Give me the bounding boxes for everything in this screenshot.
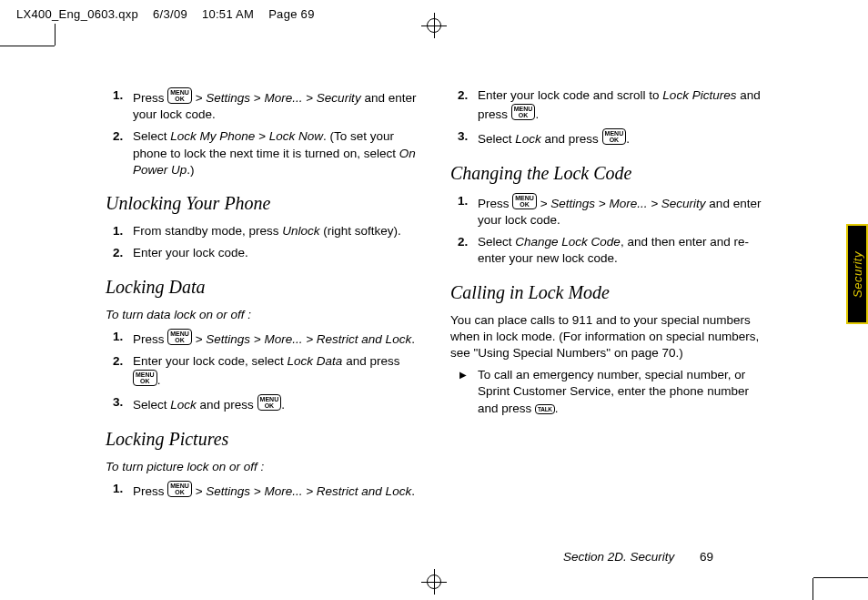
lock-data-steps: Press MENUOK > Settings > More... > Rest… xyxy=(106,329,418,414)
change-code-steps: Press MENUOK > Settings > More... > Secu… xyxy=(450,193,762,268)
menu-ok-key-icon: MENUOK xyxy=(257,394,282,411)
lock-pictures-steps-cont: Enter your lock code and scroll to Lock … xyxy=(450,87,762,148)
thumb-tab-label: Security xyxy=(851,251,864,298)
list-item: Press MENUOK > Settings > More... > Secu… xyxy=(450,193,762,229)
meta-page: Page 69 xyxy=(268,7,315,21)
page-body: Press MENUOK > Settings > More... > Secu… xyxy=(55,55,813,573)
lock-phone-steps: Press MENUOK > Settings > More... > Secu… xyxy=(106,87,418,178)
list-item: Enter your lock code. xyxy=(106,245,418,261)
heading-calling-lock-mode: Calling in Lock Mode xyxy=(450,280,762,305)
menu-ok-key-icon: MENUOK xyxy=(512,193,537,209)
menu-ok-key-icon: MENUOK xyxy=(602,128,627,145)
locking-pictures-lead: To turn picture lock on or off : xyxy=(106,459,418,475)
heading-unlocking: Unlocking Your Phone xyxy=(106,191,418,216)
list-item: Select Lock and press MENUOK. xyxy=(450,128,762,147)
registration-mark-bottom xyxy=(425,573,443,591)
list-item: Select Lock and press MENUOK. xyxy=(106,394,418,413)
meta-date: 6/3/09 xyxy=(153,7,187,21)
menu-ok-key-icon: MENUOK xyxy=(167,329,192,345)
registration-mark-top xyxy=(425,16,443,35)
calling-lock-bullet: To call an emergency number, special num… xyxy=(450,367,762,417)
list-item: From standby mode, press Unlock (right s… xyxy=(106,223,418,239)
menu-ok-key-icon: MENUOK xyxy=(133,370,157,386)
talk-key-icon: TALK xyxy=(535,404,555,414)
heading-locking-pictures: Locking Pictures xyxy=(106,427,418,452)
list-item: Press MENUOK > Settings > More... > Secu… xyxy=(106,87,418,123)
list-item: Enter your lock code and scroll to Lock … xyxy=(450,87,762,123)
meta-file: LX400_Eng_0603.qxp xyxy=(16,7,138,21)
list-item: Press MENUOK > Settings > More... > Rest… xyxy=(106,481,418,500)
menu-ok-key-icon: MENUOK xyxy=(511,104,536,120)
meta-time: 10:51 AM xyxy=(202,7,254,21)
thumb-tab-security: Security xyxy=(846,224,868,324)
list-item: Select Change Lock Code, and then enter … xyxy=(450,234,762,267)
menu-ok-key-icon: MENUOK xyxy=(167,481,192,497)
calling-lock-paragraph: You can place calls to 911 and to your s… xyxy=(450,312,762,362)
list-item: Press MENUOK > Settings > More... > Rest… xyxy=(106,329,418,348)
column-left: Press MENUOK > Settings > More... > Secu… xyxy=(106,82,418,507)
lock-pictures-steps: Press MENUOK > Settings > More... > Rest… xyxy=(106,481,418,500)
footer-section: Section 2D. Security xyxy=(563,550,674,564)
page-footer: Section 2D. Security 69 xyxy=(563,550,713,564)
footer-page-number: 69 xyxy=(700,550,713,564)
unlock-steps: From standby mode, press Unlock (right s… xyxy=(106,223,418,261)
heading-changing-lock-code: Changing the Lock Code xyxy=(450,161,762,186)
crop-mark-bottom-right xyxy=(813,578,868,600)
list-item: Enter your lock code, select Lock Data a… xyxy=(106,353,418,389)
prepress-meta: LX400_Eng_0603.qxp 6/3/09 10:51 AM Page … xyxy=(16,7,326,21)
column-right: Enter your lock code and scroll to Lock … xyxy=(450,82,762,507)
list-item: Select Lock My Phone > Lock Now. (To set… xyxy=(106,128,418,178)
heading-locking-data: Locking Data xyxy=(106,275,418,300)
locking-data-lead: To turn data lock on or off : xyxy=(106,307,418,323)
menu-ok-key-icon: MENUOK xyxy=(167,87,192,104)
